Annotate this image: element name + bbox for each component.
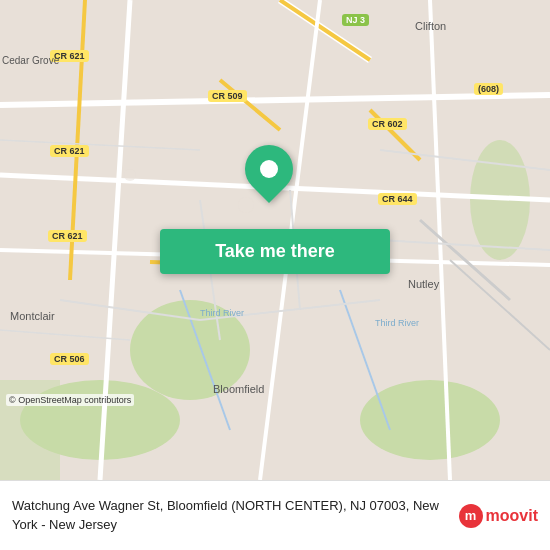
- road-label-cr506: CR 506: [50, 353, 89, 365]
- road-label-cr509: CR 509: [208, 90, 247, 102]
- svg-point-30: [238, 197, 254, 213]
- map-pin: [245, 145, 293, 193]
- road-label-cr621-mid: CR 621: [50, 145, 89, 157]
- moovit-icon: m: [459, 504, 483, 528]
- moovit-logo: m moovit: [459, 504, 538, 528]
- svg-point-1: [130, 300, 250, 400]
- svg-point-31: [124, 169, 136, 181]
- road-label-cr602: CR 602: [368, 118, 407, 130]
- bottom-bar: Watchung Ave Wagner St, Bloomfield (NORT…: [0, 480, 550, 550]
- address-text: Watchung Ave Wagner St, Bloomfield (NORT…: [12, 497, 449, 533]
- road-label-608: (608): [474, 83, 503, 95]
- road-label-cr644: CR 644: [378, 193, 417, 205]
- road-label-cr621-bot: CR 621: [48, 230, 87, 242]
- take-me-there-button[interactable]: Take me there: [160, 229, 390, 274]
- osm-attribution: © OpenStreetMap contributors: [6, 394, 134, 406]
- moovit-text: moovit: [486, 507, 538, 525]
- map-container: CR 621 CR 621 CR 621 CR 509 CR 602 CR 64…: [0, 0, 550, 480]
- svg-point-3: [360, 380, 500, 460]
- pin-outer: [235, 135, 303, 203]
- road-label-nj3: NJ 3: [342, 14, 369, 26]
- pin-inner: [260, 160, 278, 178]
- road-label-cr621-top: CR 621: [50, 50, 89, 62]
